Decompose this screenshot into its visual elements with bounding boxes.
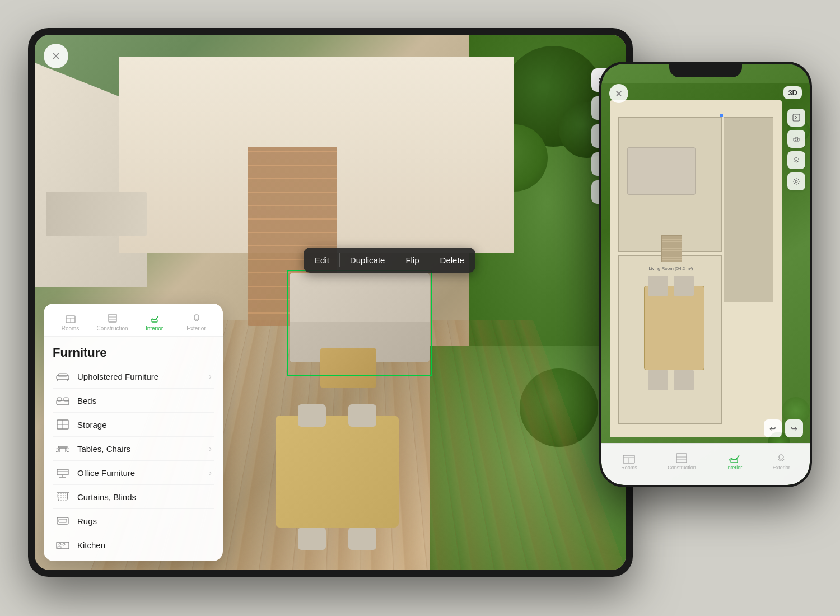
- curtains-icon: [55, 491, 71, 502]
- list-item-curtains[interactable]: Curtains, Blinds: [53, 485, 214, 509]
- dining-table: [276, 416, 399, 528]
- phone-perspective-button[interactable]: [787, 109, 805, 127]
- rugs-label: Rugs: [77, 516, 212, 526]
- chair-2: [348, 404, 376, 427]
- curtains-label: Curtains, Blinds: [77, 492, 212, 502]
- tablet-device: Edit Duplicate Flip Delete 2D: [28, 28, 633, 577]
- phone-nav-rooms[interactable]: Rooms: [617, 450, 642, 473]
- svg-point-46: [795, 138, 798, 141]
- floorplan-area: Living Room (54,2 m²): [610, 100, 782, 437]
- tab-construction[interactable]: Construction: [91, 309, 133, 336]
- tab-exterior[interactable]: Exterior: [175, 309, 217, 336]
- svg-rect-6: [109, 314, 116, 322]
- upholstered-chevron: ›: [209, 372, 212, 381]
- phone-interior-label: Interior: [726, 465, 742, 470]
- svg-point-10: [194, 315, 199, 319]
- phone-layers-button[interactable]: [787, 151, 805, 169]
- office-chevron: ›: [209, 468, 212, 477]
- phone-camera-button[interactable]: [787, 130, 805, 148]
- kitchen-counter: [46, 192, 147, 236]
- office-icon: [55, 467, 71, 478]
- phone-interior-icon: [728, 452, 740, 464]
- svg-point-53: [779, 455, 783, 459]
- list-item-kitchen[interactable]: Kitchen: [53, 533, 214, 557]
- list-item-tables[interactable]: Tables, Chairs ›: [53, 437, 214, 461]
- interior-tab-icon: [149, 312, 160, 324]
- phone-notch: [669, 62, 742, 77]
- phone-bg: Living Room (54,2 m²): [601, 83, 810, 443]
- phone-construction-icon: [675, 452, 688, 464]
- phone-dining-table: [644, 286, 704, 370]
- upholstered-icon: [55, 371, 71, 382]
- list-item-rugs[interactable]: Rugs: [53, 509, 214, 533]
- scene: Edit Duplicate Flip Delete 2D: [28, 28, 812, 588]
- sidebar-panel: Rooms Construction: [44, 304, 223, 561]
- svg-point-26: [56, 449, 59, 452]
- phone-settings-button[interactable]: [787, 172, 805, 190]
- phone-nav-construction[interactable]: Construction: [663, 450, 701, 473]
- storage-label: Storage: [77, 420, 212, 430]
- tablet-inner: Edit Duplicate Flip Delete 2D: [35, 35, 626, 570]
- upholstered-label: Upholstered Furniture: [77, 372, 209, 381]
- phone-construction-label: Construction: [668, 465, 696, 470]
- office-label: Office Furniture: [77, 468, 209, 478]
- phone-chair-bottom-1: [648, 370, 669, 390]
- rooms-tab-icon: [65, 312, 76, 324]
- svg-rect-38: [59, 519, 67, 522]
- svg-rect-42: [58, 547, 61, 548]
- phone-nav-exterior[interactable]: Exterior: [768, 450, 795, 473]
- svg-rect-9: [152, 320, 157, 322]
- boundary-dot-1: [720, 114, 723, 117]
- phone-bottom-nav: Rooms Construction: [601, 443, 810, 485]
- kitchen-label: Kitchen: [77, 540, 212, 550]
- phone-rooms-icon: [623, 452, 635, 464]
- list-item-storage[interactable]: Storage: [53, 413, 214, 437]
- room-label-container: Living Room (54,2 m²): [624, 262, 718, 272]
- close-button-phone[interactable]: [609, 84, 628, 103]
- close-button-tablet[interactable]: [44, 44, 68, 68]
- svg-point-27: [67, 449, 69, 452]
- undo-button[interactable]: ↩: [764, 419, 782, 437]
- redo-button[interactable]: ↪: [785, 419, 803, 437]
- svg-point-40: [59, 543, 61, 545]
- exterior-tab-icon: [191, 312, 202, 324]
- tab-interior[interactable]: Interior: [133, 309, 175, 336]
- rugs-icon: [55, 515, 71, 526]
- construction-tab-icon: [107, 312, 118, 324]
- room-label-text: Living Room (54,2 m²): [648, 266, 693, 271]
- delete-menu-item[interactable]: Delete: [431, 251, 473, 269]
- phone-chair-top-2: [674, 276, 694, 296]
- view-3d-button[interactable]: 3D: [783, 86, 802, 99]
- tab-rooms[interactable]: Rooms: [49, 309, 91, 336]
- edit-menu-item[interactable]: Edit: [306, 251, 338, 269]
- kitchen-icon: [55, 539, 71, 550]
- chair-1: [298, 404, 326, 427]
- svg-rect-39: [57, 542, 69, 549]
- svg-point-47: [795, 180, 797, 183]
- chair-4: [348, 528, 376, 550]
- flip-menu-item[interactable]: Flip: [396, 251, 428, 269]
- phone-top-bar: [609, 84, 628, 103]
- menu-separator-2: [395, 253, 395, 267]
- phone-exterior-label: Exterior: [773, 465, 790, 470]
- duplicate-menu-item[interactable]: Duplicate: [341, 251, 394, 269]
- storage-icon: [55, 419, 71, 430]
- menu-separator-3: [430, 253, 430, 267]
- sidebar-content: Furniture Upholster: [44, 337, 223, 561]
- list-item-office[interactable]: Office Furniture ›: [53, 461, 214, 485]
- svg-rect-28: [57, 469, 68, 475]
- phone-sofa: [627, 147, 696, 194]
- phone-right-toolbar: [787, 109, 805, 190]
- beds-label: Beds: [77, 396, 212, 405]
- phone-exterior-icon: [775, 452, 787, 464]
- list-item-upholstered[interactable]: Upholstered Furniture ›: [53, 365, 214, 389]
- phone-chair-bottom-2: [674, 370, 694, 390]
- exterior-tab-label: Exterior: [186, 325, 206, 332]
- interior-tab-label: Interior: [146, 325, 163, 332]
- phone-inner: Living Room (54,2 m²): [601, 64, 810, 485]
- tables-chevron: ›: [209, 444, 212, 453]
- phone-nav-interior[interactable]: Interior: [722, 450, 746, 473]
- phone-camera-icon: [792, 135, 800, 143]
- construction-tab-label: Construction: [96, 325, 128, 332]
- list-item-beds[interactable]: Beds: [53, 389, 214, 413]
